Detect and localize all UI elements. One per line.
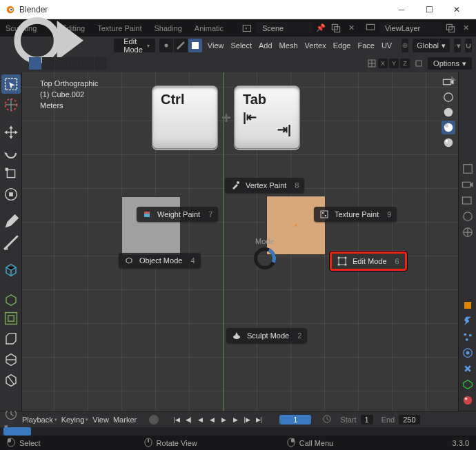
start-frame-field[interactable]: 1	[361, 415, 373, 425]
delete-layer-icon[interactable]: ✕	[459, 22, 472, 34]
rotate-tool[interactable]	[1, 143, 21, 163]
preview-range-icon[interactable]	[322, 414, 332, 425]
copy-layer-icon[interactable]	[444, 22, 457, 34]
mesh-cube-unselected[interactable]	[121, 196, 181, 256]
timeline-keying-menu[interactable]: Keying ▾	[61, 416, 89, 424]
menu-view[interactable]: View	[206, 41, 226, 50]
timeline-playback-menu[interactable]: Playback ▾	[22, 416, 57, 424]
orientation-dropdown[interactable]: Global ▾	[413, 39, 450, 52]
workspace-tab-shading[interactable]: Shading	[152, 23, 183, 34]
knife-tool[interactable]	[1, 371, 21, 390]
keyframe-next-button[interactable]: |▶	[241, 414, 252, 425]
select-tool-icon[interactable]	[42, 57, 54, 70]
frame-next-button[interactable]: ▶	[230, 414, 241, 425]
workspace-tab-animatic[interactable]: Animatic	[193, 23, 225, 34]
timeline-track[interactable]	[0, 427, 476, 436]
camera-to-view-icon[interactable]	[442, 75, 455, 89]
physics-tab-icon[interactable]	[461, 346, 475, 360]
pivot-icon[interactable]: ▾	[454, 39, 461, 52]
keyframe-prev-button[interactable]: ◀|	[183, 414, 194, 425]
viewlayer-tab-icon[interactable]	[461, 194, 475, 207]
playhead-marker[interactable]	[3, 427, 31, 436]
axis-x-button[interactable]: X	[378, 59, 388, 68]
select-tool-icon[interactable]	[95, 57, 107, 70]
object-tab-icon[interactable]	[461, 298, 475, 312]
face-select-button[interactable]	[188, 39, 202, 52]
options-dropdown[interactable]: Options ▾	[428, 57, 472, 70]
scene-tab-icon[interactable]	[461, 209, 475, 223]
scene-browse-icon[interactable]	[241, 22, 254, 34]
select-tool-icon[interactable]	[55, 57, 68, 70]
shading-material-icon[interactable]	[442, 121, 455, 134]
menu-add[interactable]: Add	[257, 41, 274, 50]
overlay-toggle-icon[interactable]: ▾	[414, 59, 424, 68]
inset-tool[interactable]	[1, 309, 21, 328]
pie-item-texture-paint[interactable]: Texture Paint 9	[314, 207, 397, 222]
close-button[interactable]: ✕	[443, 0, 470, 19]
pie-item-edit-mode[interactable]: Edit Mode 6	[330, 252, 407, 271]
select-tool-icon[interactable]	[81, 57, 94, 70]
play-button[interactable]: ▶	[218, 414, 229, 425]
minimize-button[interactable]: ─	[388, 0, 415, 19]
render-tab-icon[interactable]	[461, 162, 475, 176]
output-tab-icon[interactable]	[461, 178, 475, 192]
edge-select-button[interactable]	[174, 39, 188, 52]
snap-icon[interactable]	[465, 39, 472, 52]
menu-vertex[interactable]: Vertex	[304, 41, 328, 50]
axis-z-button[interactable]: Z	[400, 59, 410, 68]
measure-tool[interactable]	[1, 233, 21, 252]
modifier-tab-icon[interactable]	[461, 314, 475, 328]
frame-prev-button[interactable]: ◀	[195, 414, 206, 425]
vertex-select-button[interactable]	[159, 39, 173, 52]
annotate-tool[interactable]	[1, 212, 21, 232]
menu-uv[interactable]: UV	[380, 41, 393, 50]
world-tab-icon[interactable]	[461, 225, 475, 239]
auto-keying-button[interactable]	[149, 415, 159, 425]
menu-face[interactable]: Face	[356, 41, 375, 50]
layer-browse-icon[interactable]	[364, 22, 377, 34]
transform-orientation-icon[interactable]	[401, 39, 408, 52]
mode-dropdown[interactable]: Edit Mode ▾	[114, 39, 155, 52]
select-tool-icon[interactable]	[68, 57, 81, 70]
cursor-tool[interactable]	[1, 95, 21, 114]
mesh-cube-active[interactable]	[266, 196, 326, 255]
extrude-tool[interactable]	[1, 288, 21, 307]
shading-solid-icon[interactable]	[442, 105, 455, 119]
menu-select[interactable]: Select	[229, 41, 253, 50]
jump-start-button[interactable]: |◀	[171, 414, 182, 425]
select-box-tool[interactable]	[1, 74, 21, 94]
shading-rendered-icon[interactable]	[442, 136, 455, 150]
pie-item-vertex-paint[interactable]: Vertex Paint 8	[225, 178, 304, 193]
menu-mesh[interactable]: Mesh	[278, 41, 299, 50]
shading-wireframe-icon[interactable]	[442, 90, 455, 104]
constraints-tab-icon[interactable]	[461, 362, 475, 376]
pie-item-object-mode[interactable]: Object Mode 4	[119, 253, 201, 268]
end-frame-field[interactable]: 250	[399, 415, 419, 425]
scene-name-input[interactable]	[257, 22, 312, 34]
delete-scene-icon[interactable]: ✕	[345, 22, 357, 34]
maximize-button[interactable]: ☐	[415, 0, 443, 19]
scale-tool[interactable]	[1, 164, 21, 183]
timeline-view-menu[interactable]: View	[92, 416, 109, 424]
axis-y-button[interactable]: Y	[389, 59, 399, 68]
bevel-tool[interactable]	[1, 329, 21, 349]
pin-icon[interactable]: 📌	[315, 22, 327, 34]
transform-tool[interactable]	[1, 185, 21, 204]
play-reverse-button[interactable]: ◀	[206, 414, 217, 425]
move-tool[interactable]	[1, 123, 21, 142]
viewlayer-name-input[interactable]	[379, 22, 442, 34]
select-tool-icon[interactable]	[29, 57, 41, 70]
particles-tab-icon[interactable]	[461, 330, 475, 344]
menu-edge[interactable]: Edge	[332, 41, 353, 50]
pie-item-sculpt-mode[interactable]: Sculpt Mode 2	[226, 328, 307, 343]
3d-viewport[interactable]: Top Orthographic (1) Cube.002 Meters ◣ C…	[22, 72, 458, 411]
material-tab-icon[interactable]	[461, 393, 475, 407]
mesh-overlay-icon[interactable]	[367, 59, 377, 68]
add-cube-tool[interactable]	[1, 260, 21, 280]
current-frame-field[interactable]: 1	[279, 415, 311, 425]
pie-item-weight-paint[interactable]: Weight Paint 7	[137, 207, 218, 222]
data-tab-icon[interactable]	[461, 378, 475, 391]
loop-cut-tool[interactable]	[1, 350, 21, 369]
jump-end-button[interactable]: ▶|	[253, 414, 264, 425]
timeline-marker-menu[interactable]: Marker	[113, 416, 137, 424]
